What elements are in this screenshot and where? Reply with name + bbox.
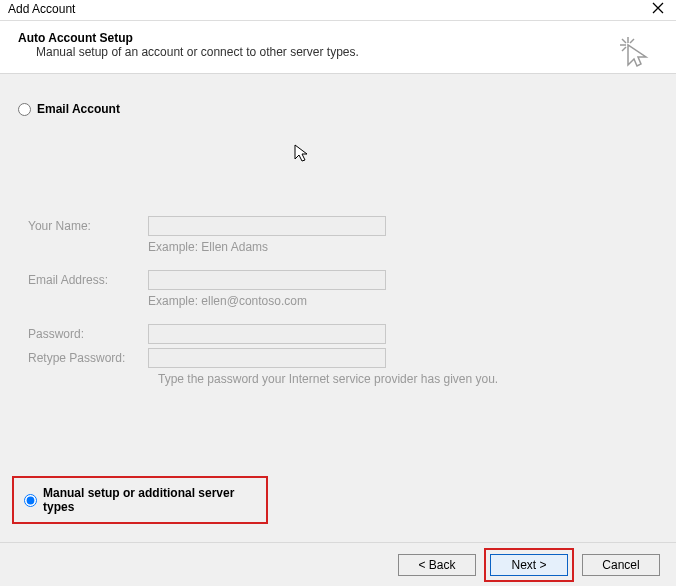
manual-setup-option[interactable]: Manual setup or additional server types xyxy=(24,486,256,514)
account-form: Your Name: Example: Ellen Adams Email Ad… xyxy=(28,216,658,386)
retype-password-field xyxy=(148,348,386,368)
wizard-footer: < Back Next > Cancel xyxy=(0,542,676,586)
manual-setup-highlight: Manual setup or additional server types xyxy=(12,476,268,524)
next-button-highlight: Next > xyxy=(484,548,574,582)
your-name-hint: Example: Ellen Adams xyxy=(148,240,658,254)
your-name-field xyxy=(148,216,386,236)
email-address-label: Email Address: xyxy=(28,273,148,287)
email-account-label: Email Account xyxy=(37,102,120,116)
wizard-header: Auto Account Setup Manual setup of an ac… xyxy=(0,21,676,74)
mouse-pointer-icon xyxy=(294,144,310,164)
wizard-heading: Auto Account Setup xyxy=(18,31,658,45)
wizard-content: Email Account Your Name: Example: Ellen … xyxy=(0,74,676,542)
titlebar: Add Account xyxy=(0,0,676,21)
email-account-radio[interactable] xyxy=(18,103,31,116)
back-button[interactable]: < Back xyxy=(398,554,476,576)
password-hint: Type the password your Internet service … xyxy=(158,372,658,386)
svg-line-3 xyxy=(630,39,634,43)
manual-setup-label: Manual setup or additional server types xyxy=(43,486,256,514)
password-field xyxy=(148,324,386,344)
next-button[interactable]: Next > xyxy=(490,554,568,576)
email-address-hint: Example: ellen@contoso.com xyxy=(148,294,658,308)
password-label: Password: xyxy=(28,327,148,341)
manual-setup-radio[interactable] xyxy=(24,494,37,507)
cancel-button[interactable]: Cancel xyxy=(582,554,660,576)
email-address-field xyxy=(148,270,386,290)
close-icon[interactable] xyxy=(646,2,670,16)
svg-line-4 xyxy=(622,47,626,51)
wizard-subheading: Manual setup of an account or connect to… xyxy=(36,45,658,59)
retype-password-label: Retype Password: xyxy=(28,351,148,365)
cursor-click-icon xyxy=(618,35,654,71)
your-name-label: Your Name: xyxy=(28,219,148,233)
svg-line-2 xyxy=(622,39,626,43)
email-account-option[interactable]: Email Account xyxy=(18,102,658,116)
window-title: Add Account xyxy=(8,2,75,16)
